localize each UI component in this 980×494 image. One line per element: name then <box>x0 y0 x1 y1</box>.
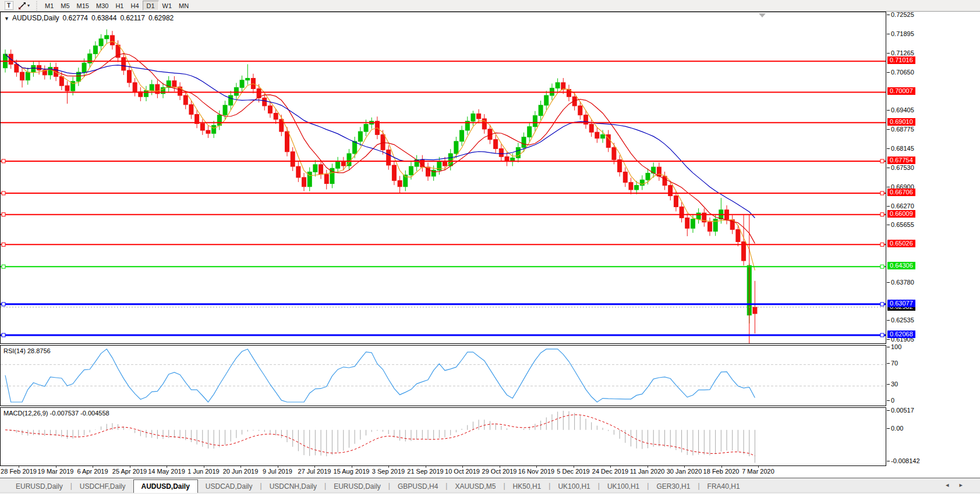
main-chart-plot[interactable]: ▼AUDUSD,Daily0.627740.638440.621170.6298… <box>0 12 886 344</box>
price-line-tag: 0.64306 <box>887 262 915 269</box>
price-line-tag: 0.62068 <box>887 330 915 338</box>
cursor-tool-button[interactable]: ▾ <box>15 1 33 10</box>
chart-tab-fra40-h1[interactable]: FRA40,H1 <box>700 481 748 492</box>
toolbar-separator <box>35 1 39 10</box>
shift-triangle-icon <box>759 13 766 17</box>
rsi-axis[interactable]: 10070300 <box>886 344 980 406</box>
timeframe-button-group: M1M5M15M30H1H4D1W1MN <box>41 1 192 10</box>
date-label[interactable]: 1 Jun 2019 <box>187 468 219 475</box>
chart-tab-xauusd-m5[interactable]: XAUUSD,M5 <box>447 481 503 492</box>
chart-tab-eurusd-daily[interactable]: EURUSD,Daily <box>8 481 70 492</box>
chart-tab-audusd-daily[interactable]: AUDUSD,Daily <box>133 479 198 493</box>
price-line-tag: 0.69010 <box>887 118 915 126</box>
tab-scroll-arrows: ◂▸ <box>946 481 973 489</box>
chart-tab-bar: EURUSD,Daily|USDCHF,DailyAUDUSD,DailyUSD… <box>0 478 980 492</box>
text-label-tool-button[interactable]: T <box>2 1 15 10</box>
rsi-tick: 100 <box>891 343 901 350</box>
chart-tab-uk100-h1[interactable]: UK100,H1 <box>600 481 647 492</box>
macd-label: MACD(12,26,9) -0.007537 -0.004558 <box>3 410 109 417</box>
chart-tab-hk50-h1[interactable]: HK50,H1 <box>505 481 549 492</box>
date-label[interactable]: 27 Jul 2019 <box>298 468 331 475</box>
date-label[interactable]: 3 Sep 2019 <box>372 468 405 475</box>
chart-title: ▼AUDUSD,Daily0.627740.638440.621170.6298… <box>4 14 174 22</box>
timeframe-button-h1[interactable]: H1 <box>112 1 127 10</box>
rsi-tick: 30 <box>891 381 898 388</box>
macd-axis[interactable]: 0.005170.00-0.008142 <box>886 406 980 466</box>
price-axis[interactable]: 0.725250.718950.712650.706500.694050.687… <box>886 12 980 344</box>
price-tick: 0.71895 <box>891 30 914 37</box>
price-tick: 0.62535 <box>891 317 914 324</box>
price-line-tag: 0.66706 <box>887 189 915 196</box>
rsi-line <box>5 349 755 402</box>
timeframe-button-m5[interactable]: M5 <box>57 1 73 10</box>
chart-tab-gbpusd-h4[interactable]: GBPUSD,H4 <box>390 481 445 492</box>
date-label[interactable]: 21 Sep 2019 <box>407 468 443 475</box>
rsi-plot[interactable]: RSI(14) 28.8756 <box>0 345 886 406</box>
chart-tab-eurusd-daily[interactable]: EURUSD,Daily <box>326 481 388 492</box>
price-tick: 0.65655 <box>891 221 914 228</box>
date-label[interactable]: 10 Oct 2019 <box>445 468 480 475</box>
date-label[interactable]: 18 Feb 2020 <box>703 468 740 475</box>
rsi-chart <box>1 346 886 406</box>
tab-scroll-right-icon[interactable]: ▸ <box>959 481 973 488</box>
date-axis[interactable]: 28 Feb 201919 Mar 20196 Apr 201925 Apr 2… <box>0 466 886 478</box>
date-label[interactable]: 24 Dec 2019 <box>592 468 628 475</box>
tab-scroll-left-icon[interactable]: ◂ <box>946 481 960 488</box>
date-label[interactable]: 30 Jan 2020 <box>667 468 702 475</box>
line-handle <box>880 159 884 163</box>
date-label[interactable]: 28 Feb 2019 <box>1 468 37 475</box>
timeframe-button-m15[interactable]: M15 <box>73 1 93 10</box>
rsi-tick: 0 <box>891 397 894 404</box>
price-line-tag: 0.71016 <box>887 56 915 64</box>
rsi-panel: RSI(14) 28.8756 10070300 <box>0 344 980 406</box>
price-line-tag: 0.66009 <box>887 210 915 218</box>
macd-plot[interactable]: MACD(12,26,9) -0.007537 -0.004558 <box>0 407 886 466</box>
price-line-tag: 0.67754 <box>887 157 915 164</box>
chart-tab-usdchf-daily[interactable]: USDCHF,Daily <box>72 481 133 492</box>
line-handle <box>880 243 884 246</box>
rsi-tick: 70 <box>891 360 898 367</box>
line-handle <box>2 333 5 337</box>
diagonal-arrows-icon <box>18 2 26 10</box>
date-label[interactable]: 6 Apr 2019 <box>77 468 108 475</box>
date-label[interactable]: 14 May 2019 <box>148 468 185 475</box>
price-line-tag: 0.70007 <box>887 87 915 95</box>
macd-chart <box>1 408 886 465</box>
top-toolbar: T ▾ M1M5M15M30H1H4D1W1MN <box>0 0 980 12</box>
date-label[interactable]: 16 Nov 2019 <box>518 468 554 475</box>
chart-title-collapse-icon[interactable]: ▼ <box>4 16 9 22</box>
line-handle <box>2 159 5 163</box>
date-label[interactable]: 9 Jul 2019 <box>263 468 292 475</box>
line-handle <box>880 333 884 337</box>
date-label[interactable]: 29 Oct 2019 <box>482 468 517 475</box>
chart-tab-uk100-h1[interactable]: UK100,H1 <box>550 481 597 492</box>
timeframe-button-m30[interactable]: M30 <box>93 1 112 10</box>
chart-tab-usdcnh-daily[interactable]: USDCNH,Daily <box>262 481 324 492</box>
macd-tick: 0.00 <box>891 425 903 432</box>
line-handle <box>2 265 5 268</box>
line-handle <box>880 265 884 268</box>
price-tick: 0.63780 <box>891 279 914 286</box>
line-handle <box>2 243 5 246</box>
timeframe-button-h4[interactable]: H4 <box>127 1 142 10</box>
date-label[interactable]: 25 Apr 2019 <box>112 468 147 475</box>
date-label[interactable]: 7 Mar 2020 <box>742 468 774 475</box>
chart-window: ▼AUDUSD,Daily0.627740.638440.621170.6298… <box>0 12 980 478</box>
timeframe-button-d1[interactable]: D1 <box>143 1 159 10</box>
line-handle <box>880 213 884 216</box>
date-label[interactable]: 5 Dec 2019 <box>557 468 589 475</box>
timeframe-button-mn[interactable]: MN <box>175 1 192 10</box>
ohlc-high: 0.63844 <box>91 14 116 22</box>
chart-tab-ger30-h1[interactable]: GER30,H1 <box>649 481 698 492</box>
date-label[interactable]: 11 Jan 2020 <box>630 468 665 475</box>
timeframe-button-w1[interactable]: W1 <box>159 1 176 10</box>
timeframe-button-m1[interactable]: M1 <box>41 1 57 10</box>
line-handle <box>880 191 884 195</box>
date-label[interactable]: 15 Aug 2019 <box>334 468 370 475</box>
date-label[interactable]: 20 Jun 2019 <box>223 468 259 475</box>
price-tick: 0.67530 <box>891 164 914 171</box>
chart-tab-usdcad-daily[interactable]: USDCAD,Daily <box>198 481 260 492</box>
chart-symbol-label: AUDUSD,Daily <box>12 14 59 22</box>
price-tick: 0.68145 <box>891 145 914 152</box>
date-label[interactable]: 19 Mar 2019 <box>38 468 74 475</box>
